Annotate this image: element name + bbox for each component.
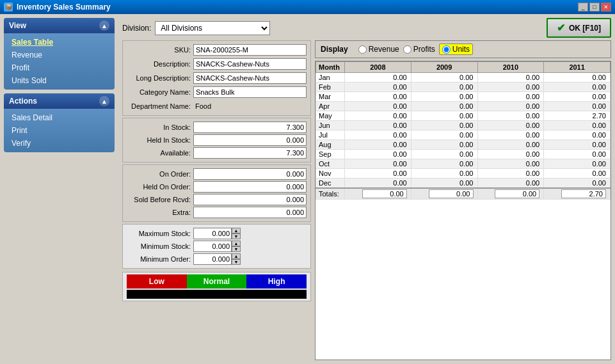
description-row: Description:	[127, 58, 307, 70]
color-bar-section: Low Normal High	[122, 272, 311, 301]
min-order-up[interactable]: ▲	[232, 253, 241, 259]
cell-2008: 0.00	[345, 73, 411, 83]
low-segment: Low	[127, 274, 187, 289]
totals-2010	[477, 188, 544, 200]
cell-2008: 0.00	[345, 178, 411, 189]
min-stock-down[interactable]: ▼	[232, 246, 241, 252]
description-input[interactable]	[193, 58, 307, 70]
on-order-row: On Order:	[127, 168, 307, 180]
table-row: Jan 0.00 0.00 0.00 0.00	[316, 73, 611, 83]
sidebar-item-verify[interactable]: Verify	[4, 137, 115, 150]
header-2008: 2008	[345, 62, 411, 73]
sku-input[interactable]	[193, 44, 307, 56]
radio-units[interactable]	[442, 45, 451, 54]
cell-month: Nov	[316, 169, 345, 178]
app-icon: 📦	[4, 3, 13, 12]
max-stock-label: Maximum Stock:	[127, 230, 191, 237]
department-row: Department Name:	[127, 100, 307, 113]
cell-2009: 0.00	[411, 159, 477, 169]
actions-collapse-button[interactable]: ▲	[99, 96, 109, 106]
radio-profits-label[interactable]: Profits	[403, 45, 435, 54]
ok-button[interactable]: ✔ OK [F10]	[547, 18, 611, 38]
sidebar-item-revenue[interactable]: Revenue	[4, 49, 115, 61]
min-stock-row: Minimum Stock: ▲ ▼	[127, 240, 307, 253]
high-segment: High	[246, 274, 307, 289]
division-label: Division:	[122, 24, 151, 33]
item-info-group: SKU: Description: Long Description: Cate…	[122, 40, 311, 116]
cell-2008: 0.00	[345, 150, 411, 159]
window-title: Inventory Sales Summary	[17, 3, 574, 12]
extra-row: Extra:	[127, 206, 307, 219]
cell-month: May	[316, 111, 345, 121]
data-table-container: Month 2008 2009 2010 2011 Jan 0.00 0.00 …	[315, 61, 611, 360]
sidebar-item-sales-table[interactable]: Sales Table	[4, 36, 115, 49]
cell-2010: 0.00	[477, 92, 544, 102]
table-row: Apr 0.00 0.00 0.00 0.00	[316, 102, 611, 111]
max-stock-up[interactable]: ▲	[232, 228, 241, 233]
held-in-stock-input[interactable]	[193, 134, 307, 146]
long-description-input[interactable]	[193, 72, 307, 84]
window-controls: _ □ ✕	[578, 3, 611, 12]
cell-month: Mar	[316, 92, 345, 102]
header-2009: 2009	[411, 62, 477, 73]
cell-2008: 0.00	[345, 83, 411, 92]
radio-units-label[interactable]: Units	[439, 44, 473, 55]
view-items: Sales Table Revenue Profit Units Sold	[4, 33, 115, 90]
sidebar-item-profit[interactable]: Profit	[4, 61, 115, 74]
cell-2008: 0.00	[345, 131, 411, 140]
max-stock-down[interactable]: ▼	[232, 233, 241, 239]
sku-label: SKU:	[127, 46, 191, 54]
cell-month: Feb	[316, 83, 345, 92]
min-order-input[interactable]	[193, 253, 232, 265]
min-stock-spinner: ▲ ▼	[193, 241, 241, 252]
cell-2011: 0.00	[544, 121, 611, 131]
in-stock-input[interactable]	[193, 122, 307, 133]
held-on-order-input[interactable]	[193, 181, 307, 193]
cell-2008: 0.00	[345, 121, 411, 131]
cell-2011: 0.00	[544, 131, 611, 140]
sidebar-item-units-sold[interactable]: Units Sold	[4, 74, 115, 87]
close-button[interactable]: ✕	[601, 3, 611, 12]
min-stock-label: Minimum Stock:	[127, 242, 191, 250]
middle-section: SKU: Description: Long Description: Cate…	[122, 40, 611, 360]
view-collapse-button[interactable]: ▲	[99, 20, 109, 31]
cell-2010: 0.00	[477, 73, 544, 83]
sku-row: SKU:	[127, 44, 307, 56]
cell-2009: 0.00	[411, 178, 477, 189]
sidebar-item-print[interactable]: Print	[4, 124, 115, 137]
sold-before-rcvd-input[interactable]	[193, 194, 307, 205]
in-stock-row: In Stock:	[127, 121, 307, 134]
on-order-input[interactable]	[193, 168, 307, 180]
held-in-stock-row: Held In Stock:	[127, 134, 307, 146]
view-section-title: View	[9, 21, 26, 30]
category-input[interactable]	[193, 86, 307, 98]
department-input[interactable]	[193, 100, 307, 112]
min-order-down[interactable]: ▼	[232, 259, 241, 265]
max-stock-input[interactable]	[193, 228, 232, 239]
cell-month: Jun	[316, 121, 345, 131]
min-order-spinner: ▲ ▼	[193, 253, 241, 265]
maximize-button[interactable]: □	[589, 3, 600, 12]
min-stock-input[interactable]	[193, 241, 232, 252]
long-description-label: Long Description:	[127, 74, 191, 82]
table-row: Nov 0.00 0.00 0.00 0.00	[316, 169, 611, 178]
table-row: Mar 0.00 0.00 0.00 0.00	[316, 92, 611, 102]
extra-label: Extra:	[127, 209, 191, 216]
radio-revenue-label[interactable]: Revenue	[358, 45, 399, 54]
minimize-button[interactable]: _	[578, 3, 588, 12]
totals-2008	[345, 188, 411, 200]
available-input[interactable]	[193, 147, 307, 159]
cell-2009: 0.00	[411, 111, 477, 121]
top-bar: Division: All Divisions ✔ OK [F10]	[122, 18, 611, 38]
min-order-label: Minimum Order:	[127, 255, 191, 263]
cell-2010: 0.00	[477, 159, 544, 169]
stock-section: In Stock: Held In Stock: Available:	[122, 118, 311, 162]
radio-profits[interactable]	[403, 45, 411, 54]
division-select[interactable]: All Divisions	[155, 21, 270, 35]
cell-2011: 0.00	[544, 150, 611, 159]
sidebar-item-sales-detail[interactable]: Sales Detail	[4, 111, 115, 124]
min-stock-up[interactable]: ▲	[232, 241, 241, 246]
held-on-order-row: Held On Order:	[127, 180, 307, 193]
extra-input[interactable]	[193, 207, 307, 218]
radio-revenue[interactable]	[358, 45, 367, 54]
